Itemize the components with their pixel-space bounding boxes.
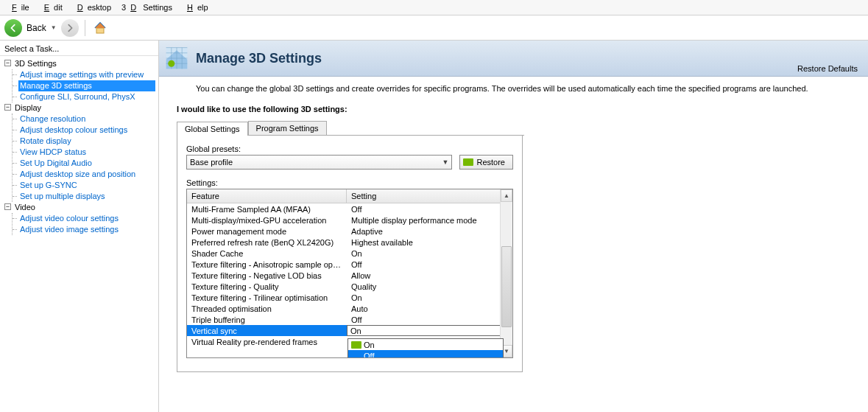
scrollbar[interactable]: ▲ ▼ <box>500 189 512 357</box>
restore-defaults-link[interactable]: Restore Defaults <box>797 64 858 73</box>
tree-group-3d-settings[interactable]: 3D Settings <box>15 58 57 69</box>
setting-feature: Texture filtering - Trilinear optimisati… <box>187 293 347 302</box>
page-icon <box>163 45 190 71</box>
content-area: Manage 3D Settings Restore Defaults You … <box>159 41 868 412</box>
setting-feature: Shader Cache <box>187 249 347 258</box>
tree-item[interactable]: Set Up Digital Audio <box>18 158 155 169</box>
nvidia-icon <box>463 158 473 166</box>
restore-preset-button[interactable]: Restore <box>459 155 513 170</box>
setting-row[interactable]: Power management modeAdaptive <box>187 226 512 237</box>
tree-item[interactable]: Adjust desktop colour settings <box>18 125 155 136</box>
tab-global-settings[interactable]: Global Settings <box>177 122 248 136</box>
setting-feature: Threaded optimisation <box>187 304 347 313</box>
setting-row[interactable]: Triple bufferingOff <box>187 314 512 325</box>
setting-value[interactable]: On▾ <box>347 325 512 336</box>
tab-bar: Global SettingsProgram Settings <box>177 121 524 136</box>
arrow-right-icon <box>65 23 75 33</box>
settings-label: Settings: <box>186 178 513 187</box>
setting-feature: Texture filtering - Negative LOD bias <box>187 271 347 280</box>
setting-feature: Power management mode <box>187 227 347 236</box>
back-button[interactable] <box>4 19 22 37</box>
setting-value[interactable]: On <box>347 249 512 258</box>
setting-value[interactable]: Multiple display performance mode <box>347 216 512 225</box>
tree-toggle[interactable]: − <box>4 203 11 210</box>
tree-item[interactable]: Change resolution <box>18 114 155 125</box>
arrow-left-icon <box>8 23 18 33</box>
restore-preset-label: Restore <box>476 158 505 167</box>
setting-row[interactable]: Vertical syncOn▾ <box>187 325 512 336</box>
forward-button[interactable] <box>61 19 79 37</box>
setting-feature: Texture filtering - Quality <box>187 282 347 291</box>
tree-toggle[interactable]: − <box>4 60 11 66</box>
menu-desktop[interactable]: Desktop <box>68 1 116 13</box>
setting-value[interactable]: On <box>347 293 512 302</box>
menu-edit[interactable]: Edit <box>35 1 67 13</box>
menu-help[interactable]: Help <box>178 1 213 13</box>
tree-toggle[interactable]: − <box>4 104 11 111</box>
preset-select-value: Base profile <box>190 158 233 167</box>
setting-value[interactable]: Off <box>347 315 512 324</box>
setting-value[interactable]: Off <box>347 205 512 214</box>
task-header: Select a Task... <box>0 42 158 56</box>
nvidia-icon <box>351 341 361 349</box>
tree-item[interactable]: Adjust image settings with preview <box>18 69 155 80</box>
svg-point-2 <box>168 60 174 67</box>
tree-group-video[interactable]: Video <box>15 202 35 213</box>
home-icon <box>93 21 107 35</box>
dropdown-option[interactable]: Off <box>348 350 503 358</box>
setting-value[interactable]: Off <box>347 260 512 269</box>
tree-item[interactable]: Set up multiple displays <box>18 191 155 202</box>
setting-feature: Texture filtering - Anisotropic sample o… <box>187 260 347 269</box>
setting-row[interactable]: Multi-Frame Sampled AA (MFAA)Off <box>187 203 512 214</box>
setting-feature: Triple buffering <box>187 315 347 324</box>
setting-feature: Vertical sync <box>187 327 347 335</box>
task-tree: −3D SettingsAdjust image settings with p… <box>0 56 158 237</box>
task-sidebar: Select a Task... −3D SettingsAdjust imag… <box>0 41 159 412</box>
scroll-thumb[interactable] <box>501 246 512 327</box>
scroll-up-icon[interactable]: ▲ <box>501 189 512 202</box>
setting-feature: Preferred refresh rate (BenQ XL2420G) <box>187 238 347 247</box>
preset-select[interactable]: Base profile ▼ <box>186 155 452 170</box>
setting-row[interactable]: Texture filtering - Trilinear optimisati… <box>187 292 512 303</box>
setting-row[interactable]: Texture filtering - Negative LOD biasAll… <box>187 270 512 281</box>
menu-3d-settings[interactable]: 3D Settings <box>117 1 177 13</box>
column-setting[interactable]: Setting <box>347 189 512 203</box>
menu-file[interactable]: File <box>3 1 34 13</box>
setting-row[interactable]: Shader CacheOn <box>187 248 512 259</box>
setting-value[interactable]: Adaptive <box>347 227 512 236</box>
setting-feature: Multi-Frame Sampled AA (MFAA) <box>187 205 347 214</box>
setting-row[interactable]: Preferred refresh rate (BenQ XL2420G)Hig… <box>187 237 512 248</box>
back-history-dropdown[interactable]: ▼ <box>51 24 57 31</box>
setting-value[interactable]: Quality <box>347 282 512 291</box>
settings-list: Feature Setting Multi-Frame Sampled AA (… <box>186 189 513 358</box>
page-title: Manage 3D Settings <box>196 51 322 66</box>
section-heading: I would like to use the following 3D set… <box>177 105 850 114</box>
tree-group-display[interactable]: Display <box>15 102 41 114</box>
tree-item[interactable]: Adjust video colour settings <box>18 213 155 224</box>
setting-feature: Multi-display/mixed-GPU acceleration <box>187 216 347 225</box>
tree-item[interactable]: Rotate display <box>18 136 155 147</box>
settings-header: Feature Setting <box>187 189 512 203</box>
toolbar: Back ▼ <box>0 15 868 41</box>
setting-row[interactable]: Threaded optimisationAuto <box>187 303 512 314</box>
setting-feature: Virtual Reality pre-rendered frames <box>187 338 347 346</box>
setting-value[interactable]: Allow <box>347 271 512 280</box>
tree-item[interactable]: Configure SLI, Surround, PhysX <box>18 91 155 102</box>
tree-item[interactable]: Adjust desktop size and position <box>18 169 155 180</box>
setting-value[interactable]: Highest available <box>347 238 512 247</box>
tree-item[interactable]: Set up G-SYNC <box>18 180 155 191</box>
setting-row[interactable]: Multi-display/mixed-GPU accelerationMult… <box>187 214 512 226</box>
page-header: Manage 3D Settings Restore Defaults <box>159 41 868 77</box>
tree-item[interactable]: Adjust video image settings <box>18 224 155 235</box>
tree-item[interactable]: Manage 3D settings <box>18 80 155 91</box>
tab-program-settings[interactable]: Program Settings <box>248 121 327 135</box>
home-button[interactable] <box>91 19 109 37</box>
dropdown-option[interactable]: On <box>348 339 503 350</box>
column-feature[interactable]: Feature <box>187 189 347 203</box>
setting-row[interactable]: Texture filtering - QualityQuality <box>187 281 512 292</box>
vsync-dropdown[interactable]: OnOff <box>347 338 504 358</box>
setting-value[interactable]: Auto <box>347 304 512 313</box>
toolbar-separator <box>85 20 85 36</box>
setting-row[interactable]: Texture filtering - Anisotropic sample o… <box>187 259 512 270</box>
tree-item[interactable]: View HDCP status <box>18 147 155 158</box>
